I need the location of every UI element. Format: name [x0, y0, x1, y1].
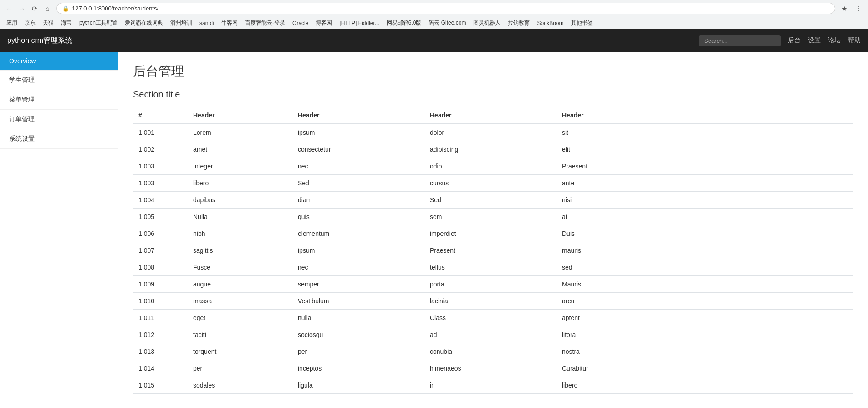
- table-cell: 1,010: [133, 293, 188, 310]
- table-cell: dolor: [424, 124, 557, 141]
- table-cell: nulla: [292, 310, 424, 326]
- table-cell: ante: [557, 175, 853, 192]
- search-input[interactable]: [699, 35, 781, 46]
- forward-button[interactable]: →: [16, 3, 27, 14]
- table-cell: lacinia: [424, 293, 557, 310]
- back-button[interactable]: ←: [4, 3, 15, 14]
- bookmark-item[interactable]: 京东: [22, 18, 38, 28]
- bookmark-item[interactable]: sanofi: [197, 19, 217, 27]
- table-cell: libero: [557, 377, 853, 394]
- table-cell: ipsum: [292, 242, 424, 259]
- bookmark-item[interactable]: 码云 Gitee.com: [426, 18, 469, 28]
- table-cell: 1,001: [133, 124, 188, 141]
- table-cell: himenaeos: [424, 360, 557, 377]
- table-cell: ipsum: [292, 124, 424, 141]
- sidebar-item[interactable]: 系统设置: [0, 129, 118, 149]
- bookmarks-bar: 应用京东天猫海宝python工具配置爱词霸在线词典潘州培训sanofi牛客网百度…: [0, 17, 868, 29]
- table-cell: nibh: [188, 225, 292, 242]
- table-row: 1,013torquentperconubianostra: [133, 343, 853, 360]
- table-cell: per: [292, 343, 424, 360]
- url-text: 127.0.0.1:8000/teacher/students/: [72, 5, 158, 12]
- refresh-button[interactable]: ⟳: [29, 3, 40, 14]
- table-cell: nisi: [557, 192, 853, 209]
- table-row: 1,001Loremipsumdolorsit: [133, 124, 853, 141]
- table-cell: Nulla: [188, 209, 292, 225]
- table-row: 1,011egetnullaClassaptent: [133, 310, 853, 326]
- table-cell: Class: [424, 310, 557, 326]
- table-cell: sed: [557, 259, 853, 276]
- table-cell: 1,005: [133, 209, 188, 225]
- table-row: 1,015sodalesligulainlibero: [133, 377, 853, 394]
- table-row: 1,004dapibusdiamSednisi: [133, 192, 853, 209]
- page-title: 后台管理: [133, 63, 853, 80]
- table-cell: 1,013: [133, 343, 188, 360]
- bookmark-item[interactable]: 博客园: [313, 18, 335, 28]
- table-cell: consectetur: [292, 141, 424, 158]
- table-cell: porta: [424, 276, 557, 293]
- bookmark-item[interactable]: python工具配置: [77, 18, 120, 28]
- bookmark-item[interactable]: 爱词霸在线词典: [122, 18, 166, 28]
- table-cell: Sed: [424, 192, 557, 209]
- bookmark-item[interactable]: SockBoom: [534, 19, 566, 27]
- table-row: 1,006nibhelementumimperdietDuis: [133, 225, 853, 242]
- table-cell: 1,004: [133, 192, 188, 209]
- address-bar[interactable]: 🔒 127.0.0.1:8000/teacher/students/: [56, 3, 835, 14]
- bookmark-item[interactable]: 图灵机器人: [470, 18, 503, 28]
- table-cell: sociosqu: [292, 326, 424, 343]
- top-nav-link[interactable]: 设置: [808, 36, 821, 45]
- table-cell: Lorem: [188, 124, 292, 141]
- sidebar-item[interactable]: 订单管理: [0, 110, 118, 129]
- table-row: 1,003liberoSedcursusante: [133, 175, 853, 192]
- table-cell: Curabitur: [557, 360, 853, 377]
- table-cell: Praesent: [557, 158, 853, 175]
- bookmark-item[interactable]: 百度智能云-登录: [242, 18, 288, 28]
- bookmark-item[interactable]: 应用: [4, 18, 20, 28]
- table-cell: Integer: [188, 158, 292, 175]
- top-nav-link[interactable]: 后台: [788, 36, 801, 45]
- bookmark-item[interactable]: 牛客网: [219, 18, 240, 28]
- table-row: 1,002ametconsecteturadipiscingelit: [133, 141, 853, 158]
- table-cell: at: [557, 209, 853, 225]
- section-title: Section title: [133, 89, 853, 100]
- table-cell: 1,003: [133, 175, 188, 192]
- table-col-header: #: [133, 107, 188, 124]
- bookmark-item[interactable]: 潘州培训: [168, 18, 195, 28]
- table-cell: Duis: [557, 225, 853, 242]
- table-row: 1,010massaVestibulumlaciniaarcu: [133, 293, 853, 310]
- bookmark-item[interactable]: 天猫: [40, 18, 56, 28]
- bookmark-item[interactable]: 其他书签: [568, 18, 596, 28]
- bookmark-star[interactable]: ★: [839, 3, 850, 14]
- table-cell: 1,006: [133, 225, 188, 242]
- table-cell: eget: [188, 310, 292, 326]
- bookmark-item[interactable]: Oracle: [290, 19, 311, 27]
- table-cell: 1,015: [133, 377, 188, 394]
- top-nav-link[interactable]: 帮助: [848, 36, 861, 45]
- bookmark-item[interactable]: [HTTP] Fiddler...: [337, 19, 382, 27]
- sidebar: Overview学生管理菜单管理订单管理系统设置: [0, 52, 118, 408]
- table-cell: dapibus: [188, 192, 292, 209]
- table-cell: 1,012: [133, 326, 188, 343]
- table-cell: ligula: [292, 377, 424, 394]
- table-cell: taciti: [188, 326, 292, 343]
- table-row: 1,005Nullaquissemat: [133, 209, 853, 225]
- top-nav: python crm管理系统 后台设置论坛帮助: [0, 29, 868, 52]
- table-cell: augue: [188, 276, 292, 293]
- table-cell: imperdiet: [424, 225, 557, 242]
- more-options[interactable]: ⋮: [853, 3, 864, 14]
- table-cell: per: [188, 360, 292, 377]
- table-row: 1,012tacitisociosquadlitora: [133, 326, 853, 343]
- table-cell: Sed: [292, 175, 424, 192]
- bookmark-item[interactable]: 拉钩教育: [505, 18, 532, 28]
- app-title: python crm管理系统: [7, 36, 699, 46]
- sidebar-item[interactable]: Overview: [0, 52, 118, 71]
- bookmark-item[interactable]: 海宝: [58, 18, 75, 28]
- bookmark-item[interactable]: 网易邮箱6.0版: [384, 18, 424, 28]
- table-cell: elit: [557, 141, 853, 158]
- app-wrapper: python crm管理系统 后台设置论坛帮助 Overview学生管理菜单管理…: [0, 29, 868, 408]
- sidebar-item[interactable]: 菜单管理: [0, 90, 118, 110]
- table-cell: Praesent: [424, 242, 557, 259]
- home-button[interactable]: ⌂: [42, 3, 53, 14]
- table-cell: massa: [188, 293, 292, 310]
- top-nav-link[interactable]: 论坛: [828, 36, 841, 45]
- sidebar-item[interactable]: 学生管理: [0, 71, 118, 90]
